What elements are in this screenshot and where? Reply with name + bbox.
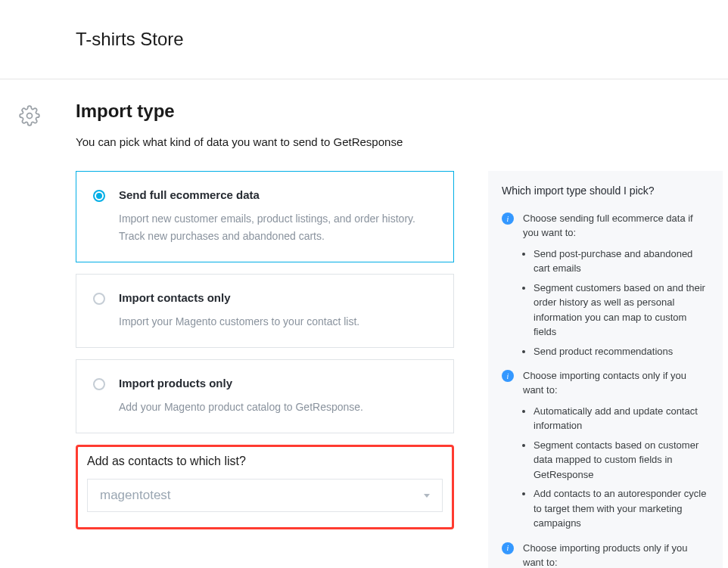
- settings-icon-col: [19, 101, 45, 568]
- help-lead: Choose importing contacts only if you wa…: [523, 369, 709, 398]
- option-desc: Import your Magento customers to your co…: [119, 313, 359, 331]
- option-title: Send full ecommerce data: [119, 188, 437, 201]
- section-heading: Import type: [76, 101, 728, 122]
- help-panel: Which import type should I pick? i Choos…: [488, 171, 723, 568]
- info-icon: i: [502, 213, 514, 225]
- radio-icon: [93, 190, 105, 202]
- help-item: Automatically add and update contact inf…: [534, 404, 709, 433]
- page-header: T-shirts Store: [0, 0, 728, 79]
- help-item: Send product recommendations: [534, 344, 709, 359]
- info-icon: i: [502, 542, 514, 554]
- help-list-full: Send post-purchase and abandoned cart em…: [534, 247, 709, 359]
- chevron-down-icon: [424, 494, 430, 498]
- help-block-contacts: i Choose importing contacts only if you …: [502, 369, 709, 398]
- page-title: T-shirts Store: [76, 29, 728, 50]
- option-contacts-only[interactable]: Import contacts only Import your Magento…: [76, 274, 454, 348]
- info-icon: i: [502, 370, 514, 382]
- help-lead: Choose importing products only if you wa…: [523, 542, 709, 568]
- section-subheading: You can pick what kind of data you want …: [76, 135, 728, 148]
- select-value: magentotest: [100, 488, 171, 503]
- option-desc: Import new customer emails, product list…: [119, 210, 437, 245]
- radio-icon: [93, 293, 105, 305]
- option-products-only[interactable]: Import products only Add your Magento pr…: [76, 359, 454, 433]
- option-title: Import contacts only: [119, 291, 359, 304]
- help-list-contacts: Automatically add and update contact inf…: [534, 404, 709, 531]
- help-item: Add contacts to an autoresponder cycle t…: [534, 486, 709, 531]
- contact-list-highlight: Add as contacts to which list? magentote…: [76, 445, 454, 529]
- radio-icon: [93, 378, 105, 390]
- option-desc: Add your Magento product catalog to GetR…: [119, 399, 363, 416]
- help-item: Segment contacts based on customer data …: [534, 438, 709, 483]
- option-full-ecommerce[interactable]: Send full ecommerce data Import new cust…: [76, 171, 454, 262]
- gear-icon: [19, 105, 40, 126]
- contact-list-label: Add as contacts to which list?: [87, 455, 443, 468]
- svg-point-0: [27, 113, 33, 119]
- contact-list-select[interactable]: magentotest: [87, 479, 443, 512]
- help-title: Which import type should I pick?: [502, 185, 709, 197]
- help-block-products: i Choose importing products only if you …: [502, 542, 709, 568]
- help-item: Send post-purchase and abandoned cart em…: [534, 247, 709, 276]
- help-item: Segment customers based on and their ord…: [534, 281, 709, 340]
- help-block-full: i Choose sending full ecommerce data if …: [502, 212, 709, 241]
- option-title: Import products only: [119, 377, 363, 390]
- help-lead: Choose sending full ecommerce data if yo…: [523, 212, 709, 241]
